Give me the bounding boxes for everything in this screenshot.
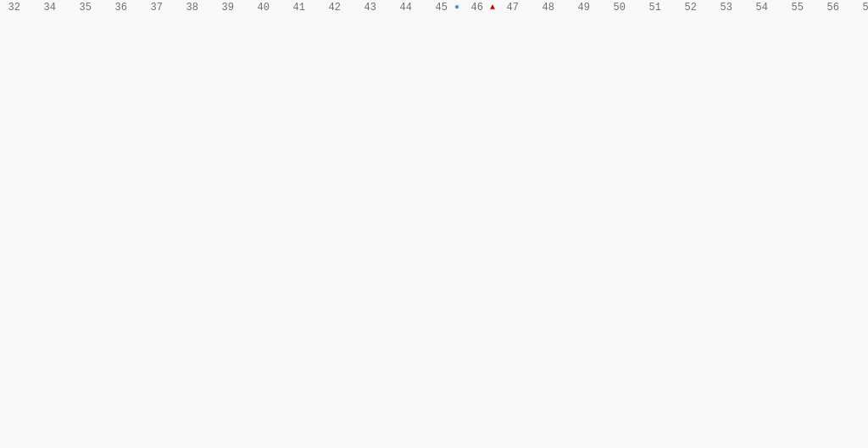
line-number: 54 (748, 0, 771, 15)
line-number: 51 (641, 0, 665, 15)
line-number: 52 (676, 0, 700, 15)
line-number: 50 (605, 0, 629, 15)
line-number: 42 (320, 0, 344, 15)
line-number: 45 (427, 0, 451, 15)
line-number: 35 (71, 0, 95, 15)
fold-marker[interactable]: ▲ (487, 0, 498, 15)
line-number: 43 (356, 0, 380, 15)
gutter: 32343536373839404142434445●46▲4748495051… (0, 0, 868, 448)
line-number: 32 (0, 0, 24, 15)
line-number: 38 (178, 0, 202, 15)
line-number: 41 (285, 0, 309, 15)
line-number: 47 (498, 0, 522, 15)
line-number: 56 (819, 0, 843, 15)
line-number: 53 (712, 0, 736, 15)
line-number: 36 (107, 0, 131, 15)
line-number: 37 (142, 0, 166, 15)
line-number: 39 (214, 0, 237, 15)
line-number: 40 (249, 0, 273, 15)
line-number: 57 (854, 0, 868, 15)
fold-marker[interactable]: ● (451, 0, 463, 15)
line-number: 46 (463, 0, 487, 15)
line-number: 49 (570, 0, 593, 15)
line-number: 44 (392, 0, 415, 15)
line-number: 34 (36, 0, 59, 15)
line-number: 48 (534, 0, 558, 15)
code-editor: 32343536373839404142434445●46▲4748495051… (0, 0, 868, 448)
line-number: 55 (783, 0, 807, 15)
